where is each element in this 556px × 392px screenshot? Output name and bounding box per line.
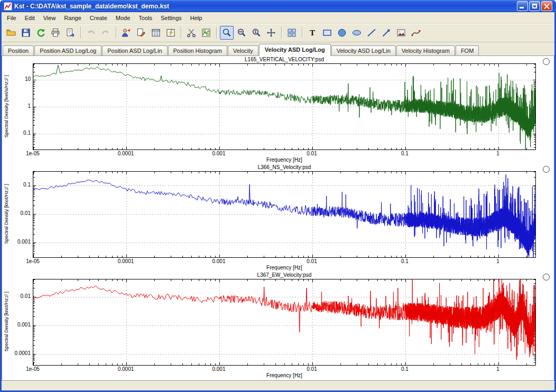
reload-icon [36, 28, 45, 38]
insert-line-button[interactable] [365, 26, 378, 40]
insert-arrow-icon [382, 28, 391, 38]
insert-label-icon: T [308, 28, 317, 38]
x-tick-label: 0.001 [203, 151, 235, 156]
plot-maximize-circle[interactable] [543, 58, 550, 65]
menu-item-edit[interactable]: Edit [21, 13, 39, 23]
tab-fom[interactable]: FOM [456, 45, 479, 55]
data-manager-button[interactable] [149, 26, 163, 40]
close-button[interactable] [541, 1, 552, 11]
cleanup-layout-button[interactable] [285, 26, 299, 40]
x-tick-label: 0.1 [389, 366, 421, 372]
insert-label-button[interactable]: T [305, 26, 319, 40]
pan-button[interactable] [264, 26, 278, 40]
data-wizard-icon [122, 28, 131, 38]
toolbar-separator [181, 27, 181, 39]
window-controls [517, 1, 552, 11]
plot-title: L165_VERTICAL_VELOCITY:psd [33, 57, 536, 62]
layout-mode-button[interactable] [199, 26, 213, 40]
plot-area[interactable] [33, 279, 536, 366]
close-icon [544, 4, 550, 10]
svg-text:T: T [310, 29, 315, 37]
menu-item-tools[interactable]: Tools [134, 13, 156, 23]
x-tick-label: 0.1 [389, 151, 421, 156]
redo-button[interactable] [99, 26, 113, 40]
save-icon [21, 28, 31, 38]
menu-item-file[interactable]: File [3, 13, 21, 23]
menu-item-view[interactable]: View [39, 13, 60, 23]
layout-mode-icon [201, 28, 211, 38]
menu-item-help[interactable]: Help [186, 13, 207, 23]
maximize-button[interactable] [529, 1, 540, 11]
menu-item-range[interactable]: Range [60, 13, 85, 23]
tab-bar: PositionPosition ASD Log/LogPosition ASD… [2, 42, 554, 56]
plot-view: L165_VERTICAL_VELOCITY:psd Spectral Dens… [2, 56, 554, 381]
insert-rectangle-button[interactable] [320, 26, 334, 40]
x-tick-label: 0.01 [296, 151, 328, 156]
menu-bar: FileEditViewRangeCreateModeToolsSettings… [2, 12, 554, 24]
x-tick-label: 0.0001 [110, 366, 142, 372]
tab-velocity-asd-log-log[interactable]: Velocity ASD Log/Log [259, 44, 331, 56]
minimize-button[interactable] [517, 1, 528, 11]
export-icon [66, 28, 75, 38]
plot-maximize-circle[interactable] [543, 274, 550, 281]
toolbar-separator [80, 27, 81, 39]
y-tick-label: 1 [2, 103, 31, 109]
print-button[interactable] [49, 26, 62, 40]
menu-item-mode[interactable]: Mode [112, 13, 135, 23]
x-axis-label: Frequency [Hz] [33, 372, 536, 378]
tab-position[interactable]: Position [3, 45, 34, 55]
insert-curve-button[interactable] [409, 26, 423, 40]
app-window: Kst - C:\DATA\kst_sample_data\demo\kst_d… [0, 0, 556, 392]
menu-item-create[interactable]: Create [86, 13, 112, 23]
insert-picture-icon [396, 28, 406, 38]
data-wizard-button[interactable] [119, 26, 133, 40]
tab-velocity-asd-log-lin[interactable]: Velocity ASD Log/Lin [331, 45, 396, 55]
plot-canvas[interactable] [33, 64, 535, 150]
cleanup-layout-icon [287, 28, 296, 38]
zoom-x-button[interactable] [235, 26, 248, 40]
undo-button[interactable] [84, 26, 98, 40]
tab-position-asd-log-lin[interactable]: Position ASD Log/Lin [102, 45, 167, 55]
plot-area[interactable] [33, 171, 536, 258]
reload-button[interactable] [34, 26, 48, 40]
plot-ew-velocity-psd: L367_EW_Velocity:psd Spectral Density [k… [2, 272, 554, 379]
tab-velocity[interactable]: Velocity [228, 45, 258, 55]
plot-maximize-circle[interactable] [543, 166, 550, 173]
plot-vertical-velocity-psd: L165_VERTICAL_VELOCITY:psd Spectral Dens… [2, 56, 554, 164]
open-icon [6, 28, 16, 38]
y-tick-label: 0.01 [2, 293, 31, 299]
insert-picture-button[interactable] [394, 26, 408, 40]
status-bar [2, 381, 554, 392]
zoom-xy-button[interactable] [220, 26, 234, 40]
view-scalars-button[interactable] [164, 26, 178, 40]
y-tick-label: 0.1 [2, 182, 31, 188]
plot-title: L366_NS_Velocity:psd [33, 164, 536, 170]
kst-app-icon[interactable] [4, 2, 12, 11]
data-mode-button[interactable] [184, 26, 198, 40]
zoom-y-button[interactable] [249, 26, 263, 40]
toolbar-separator [216, 27, 217, 39]
plot-title: L367_EW_Velocity:psd [33, 272, 536, 278]
x-tick-label: 0.01 [296, 258, 328, 264]
insert-ellipse-button[interactable] [350, 26, 364, 40]
menu-item-settings[interactable]: Settings [156, 13, 186, 23]
tab-position-histogram[interactable]: Position Histogram [168, 45, 227, 55]
x-tick-label: 0.1 [389, 258, 421, 264]
tab-position-asd-log-log[interactable]: Position ASD Log/Log [34, 45, 101, 55]
open-button[interactable] [4, 26, 18, 40]
change-data-file-button[interactable] [134, 26, 148, 40]
insert-arrow-button[interactable] [379, 26, 393, 40]
plot-canvas[interactable] [33, 172, 535, 257]
change-data-file-icon [136, 28, 146, 38]
data-mode-icon [187, 28, 196, 38]
insert-ellipse-icon [352, 28, 362, 38]
save-button[interactable] [19, 26, 33, 40]
export-button[interactable] [63, 26, 77, 40]
x-tick-label: 1 [482, 366, 514, 372]
x-tick-label: 1 [482, 151, 514, 156]
plot-canvas[interactable] [33, 279, 535, 365]
insert-circle-button[interactable] [335, 26, 349, 40]
tab-velocity-histogram[interactable]: Velocity Histogram [396, 45, 455, 55]
print-icon [51, 28, 60, 38]
plot-area[interactable] [33, 63, 536, 150]
